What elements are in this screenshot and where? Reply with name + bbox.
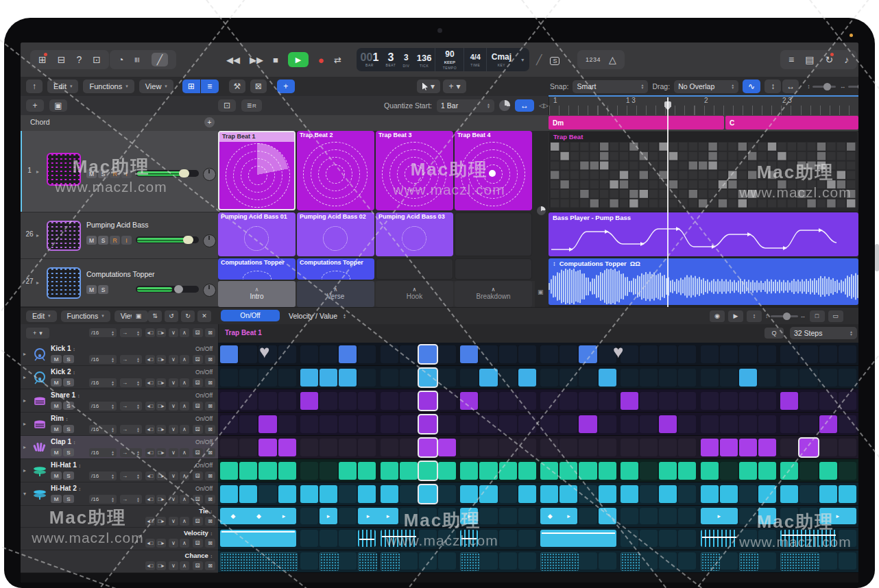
- track-name[interactable]: Pumping Acid Bass: [86, 221, 148, 229]
- step-cell[interactable]: [799, 439, 817, 456]
- step-cell[interactable]: [518, 462, 536, 480]
- step-cell[interactable]: [300, 415, 318, 433]
- up-control[interactable]: ∧: [180, 378, 189, 387]
- note-pads-icon[interactable]: ▤: [805, 54, 814, 65]
- preview-icon[interactable]: ▶: [728, 310, 743, 322]
- dice-control[interactable]: ⚄: [193, 328, 203, 337]
- step-cell[interactable]: [499, 415, 517, 433]
- clear-control[interactable]: ⊠: [205, 425, 215, 434]
- step-cell[interactable]: [599, 439, 616, 456]
- step-cell[interactable]: [540, 345, 558, 363]
- step-cell[interactable]: [400, 439, 418, 456]
- up-control[interactable]: ∧: [180, 402, 189, 411]
- row-solo-button[interactable]: S: [63, 378, 74, 387]
- tie-bar[interactable]: ◆▸: [540, 508, 577, 524]
- step-cell[interactable]: [419, 392, 437, 410]
- step-cell[interactable]: [258, 345, 276, 363]
- step-cell[interactable]: [678, 462, 696, 480]
- step-cell[interactable]: [701, 369, 719, 387]
- shift-r-control[interactable]: □▸: [156, 425, 166, 434]
- step-cell[interactable]: [320, 415, 337, 433]
- dice-control[interactable]: ⚄: [193, 561, 203, 570]
- step-cell[interactable]: [739, 439, 757, 456]
- step-cell[interactable]: [419, 345, 437, 363]
- velocity-bar[interactable]: [358, 530, 376, 547]
- marquee-icon[interactable]: ⊠: [250, 79, 267, 93]
- pan-knob[interactable]: [203, 168, 216, 181]
- step-cell[interactable]: [579, 415, 597, 433]
- crosshair-icon[interactable]: +: [277, 79, 295, 93]
- step-cell[interactable]: [239, 462, 257, 480]
- step-cell[interactable]: [659, 369, 677, 387]
- step-cell[interactable]: [220, 392, 238, 410]
- sequencer-row-header[interactable]: ▸Snare 1 ↕On/OffMS/16▲▼→▲▼◂□□▸∨∧⚄⊠: [21, 389, 218, 413]
- step-cell[interactable]: [720, 345, 738, 363]
- step-cell[interactable]: [320, 369, 337, 387]
- row-name[interactable]: Rim ↕: [51, 415, 68, 422]
- step-cell[interactable]: [320, 462, 337, 480]
- row-step-lane[interactable]: [218, 413, 858, 436]
- step-cell[interactable]: [479, 439, 497, 456]
- down-control[interactable]: ∨: [169, 448, 178, 457]
- row-mute-button[interactable]: M: [51, 495, 62, 503]
- quantize-button[interactable]: Q: [764, 328, 784, 339]
- loop-cell[interactable]: Pumping Acid Bass 01: [218, 212, 296, 256]
- step-cell[interactable]: [701, 392, 719, 410]
- loop-cell[interactable]: Trap Beat 4: [455, 131, 532, 210]
- dir-control[interactable]: →▲▼: [120, 402, 142, 411]
- pan-knob[interactable]: [203, 284, 216, 297]
- step-cell[interactable]: [438, 392, 456, 410]
- step-cell[interactable]: [640, 415, 658, 433]
- scene-trigger[interactable]: ∧Breakdown: [455, 281, 532, 307]
- sequencer-row-header[interactable]: ▸Clap 1 ↕On/OffMS/16▲▼→▲▼◂□□▸∨∧⚄⊠: [21, 436, 218, 459]
- step-cell[interactable]: [220, 415, 238, 433]
- menu-view[interactable]: View▾: [139, 79, 173, 93]
- step-cell[interactable]: [758, 369, 776, 387]
- row-mute-button[interactable]: M: [51, 425, 62, 433]
- down-control[interactable]: ∨: [169, 517, 178, 526]
- sequencer-row-header[interactable]: ▸Rim ↕On/OffMS/16▲▼→▲▼◂□□▸∨∧⚄⊠: [21, 413, 218, 436]
- step-cell[interactable]: [579, 462, 597, 480]
- add-row-button[interactable]: +▾: [26, 328, 49, 339]
- row-step-lane[interactable]: [218, 459, 858, 482]
- step-cell[interactable]: [499, 485, 517, 503]
- step-cell[interactable]: [419, 439, 437, 456]
- step-cell[interactable]: [640, 345, 658, 363]
- step-cell[interactable]: [540, 392, 558, 410]
- step-cell[interactable]: [819, 462, 837, 480]
- velocity-bar[interactable]: [540, 530, 616, 547]
- step-cell[interactable]: [720, 415, 738, 433]
- step-cell[interactable]: [518, 345, 536, 363]
- step-cell[interactable]: [339, 439, 357, 456]
- down-control[interactable]: ∨: [169, 355, 178, 364]
- lcd-display[interactable]: 001BAR3BEAT3DIV136TICK90KEEPTEMPO4/4TIME…: [357, 48, 529, 71]
- mute-button[interactable]: M: [86, 285, 97, 294]
- solo-button[interactable]: S: [98, 285, 108, 294]
- step-cell[interactable]: [799, 392, 817, 410]
- dir-control[interactable]: →▲▼: [120, 378, 142, 387]
- step-cell[interactable]: [739, 369, 757, 387]
- step-cell[interactable]: [839, 345, 856, 363]
- step-cell[interactable]: [258, 485, 276, 503]
- tie-bar[interactable]: ▸: [701, 508, 738, 524]
- row-mute-button[interactable]: M: [51, 378, 62, 387]
- dice-control[interactable]: ⚄: [193, 448, 203, 457]
- tuner-icon[interactable]: ◔: [118, 54, 123, 65]
- step-cell[interactable]: [780, 439, 798, 456]
- step-cell[interactable]: [579, 485, 597, 503]
- up-control[interactable]: ∧: [180, 517, 189, 526]
- tie-bar[interactable]: [599, 508, 616, 524]
- up-control[interactable]: ∧: [180, 355, 189, 364]
- step-cell[interactable]: [758, 392, 776, 410]
- up-control[interactable]: ∧: [180, 495, 189, 504]
- play-button[interactable]: ▶: [288, 52, 309, 67]
- copy-pattern-icon[interactable]: ▣: [132, 310, 145, 322]
- step-cell[interactable]: [799, 462, 817, 480]
- step-cell[interactable]: [701, 345, 719, 363]
- step-cell[interactable]: [518, 415, 536, 433]
- catch-playhead-button[interactable]: ↑: [26, 79, 43, 93]
- clear-control[interactable]: ⊠: [205, 448, 215, 457]
- clear-control[interactable]: ⊠: [205, 561, 215, 570]
- step-cell[interactable]: [479, 462, 497, 480]
- shift-r-control[interactable]: □▸: [156, 328, 166, 337]
